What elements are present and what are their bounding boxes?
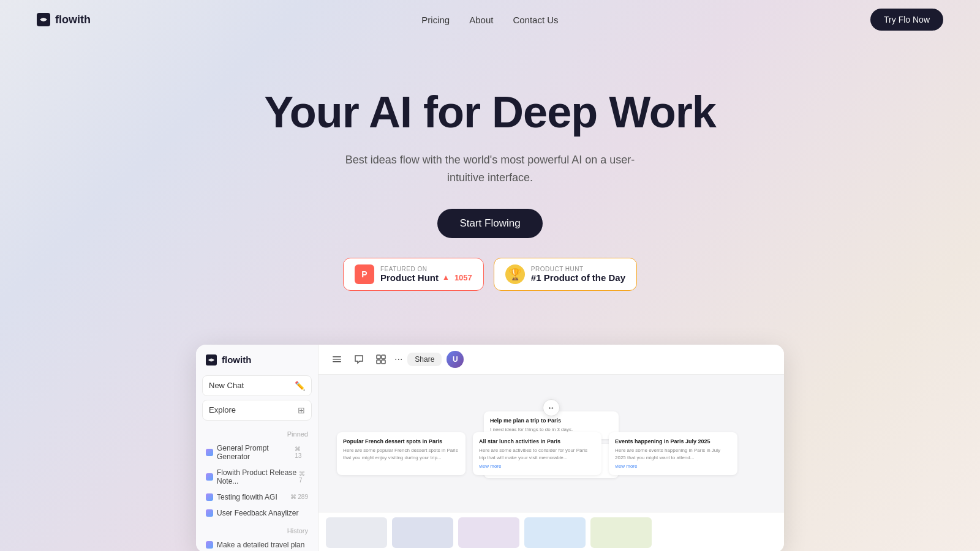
hero-subtitle: Best ideas flow with the world's most po…: [337, 151, 643, 187]
canvas-card-text-2: Here are some events happening in Paris …: [615, 447, 731, 460]
svg-rect-3: [333, 359, 341, 360]
nav-links: Pricing About Contact Us: [421, 15, 558, 25]
navbar: flowith Pricing About Contact Us Try Flo…: [0, 0, 980, 39]
sidebar-item-label-0: General Prompt Generator: [217, 444, 295, 461]
svg-rect-7: [377, 360, 380, 364]
sidebar-item-dot-2: [206, 493, 213, 501]
grid-icon[interactable]: [372, 351, 390, 368]
product-hunt-icon: P: [355, 264, 374, 284]
new-chat-button[interactable]: New Chat ✏️: [202, 375, 312, 396]
product-hunt-name: Product Hunt: [380, 272, 439, 283]
product-hunt-text: FEATURED ON Product Hunt ▲ 1057: [380, 266, 472, 283]
start-flowing-button[interactable]: Start Flowing: [437, 209, 542, 238]
app-screenshot: flowith New Chat ✏️ Explore ⊞ Pinned Gen…: [196, 345, 784, 551]
canvas-cards-row: Popular French dessert spots in Paris He…: [337, 432, 766, 474]
canvas-card-title-1: All star lunch activities in Paris: [479, 438, 595, 444]
sidebar-pinned-item-3[interactable]: User Feedback Anaylizer: [196, 505, 318, 521]
svg-rect-4: [333, 361, 341, 362]
sidebar-toggle-icon[interactable]: [328, 351, 345, 368]
sidebar-item-left-1: Flowith Product Release Note...: [206, 468, 299, 485]
share-button[interactable]: Share: [407, 353, 442, 366]
sidebar-item-label-1: Flowith Product Release Note...: [217, 468, 299, 485]
canvas-card-2: Events happening in Paris July 2025 Here…: [609, 432, 737, 474]
svg-rect-5: [377, 355, 380, 359]
logo-icon: [37, 13, 50, 26]
award-label: PRODUCT HUNT: [531, 266, 625, 272]
cursor-icon: ↔: [543, 399, 560, 416]
award-icon: 🏆: [505, 264, 525, 284]
bottom-card-3[interactable]: [524, 517, 586, 548]
bottom-card-2[interactable]: [458, 517, 519, 548]
new-chat-label: New Chat: [209, 381, 244, 390]
svg-rect-6: [382, 355, 385, 359]
logo-text: flowith: [55, 13, 91, 26]
canvas-card-text-1: Here are some activities to consider for…: [479, 447, 595, 460]
logo: flowith: [37, 13, 91, 26]
sidebar-item-dot-0: [206, 449, 213, 456]
sidebar-logo-icon: [206, 354, 217, 365]
canvas-card-title-0: Popular French dessert spots in Paris: [343, 438, 459, 444]
sidebar-item-left-2: Testing flowith AGI: [206, 493, 277, 501]
sidebar-pinned-item-1[interactable]: Flowith Product Release Note... ⌘ 7: [196, 465, 318, 489]
sidebar-history-item-0[interactable]: Make a detailed travel plan: [196, 537, 318, 551]
more-options-icon[interactable]: ···: [394, 354, 402, 365]
product-of-day-badge[interactable]: 🏆 PRODUCT HUNT #1 Product of the Day: [494, 258, 637, 291]
svg-rect-2: [333, 356, 341, 358]
sidebar-history-label-0: Make a detailed travel plan: [217, 541, 304, 549]
user-avatar: U: [447, 351, 464, 368]
sidebar-item-left-0: General Prompt Generator: [206, 444, 295, 461]
canvas-card-0: Popular French dessert spots in Paris He…: [337, 432, 466, 474]
bottom-card-1[interactable]: [392, 517, 453, 548]
sidebar-pinned-item-0[interactable]: General Prompt Generator ⌘ 13: [196, 440, 318, 465]
svg-rect-8: [382, 360, 385, 364]
toolbar: ··· Share U: [318, 345, 784, 375]
sidebar-item-count-2: ⌘ 289: [290, 493, 308, 500]
sidebar: flowith New Chat ✏️ Explore ⊞ Pinned Gen…: [196, 345, 318, 551]
new-chat-icon: ✏️: [295, 381, 305, 391]
canvas-card-1: All star lunch activities in Paris Here …: [473, 432, 601, 474]
hero-title: Your AI for Deep Work: [12, 88, 968, 137]
sidebar-item-count-0: ⌘ 13: [295, 446, 308, 459]
sidebar-item-count-1: ⌘ 7: [299, 470, 308, 484]
canvas-card-link-2[interactable]: view more: [615, 463, 731, 469]
award-text: PRODUCT HUNT #1 Product of the Day: [531, 266, 625, 283]
sidebar-history-left-0: Make a detailed travel plan: [206, 541, 304, 549]
explore-icon: ⊞: [298, 405, 305, 415]
nav-contact[interactable]: Contact Us: [513, 15, 558, 25]
nav-pricing[interactable]: Pricing: [421, 15, 450, 25]
pinned-section-label: Pinned: [196, 424, 318, 440]
sidebar-item-dot-3: [206, 509, 213, 517]
sidebar-item-left-3: User Feedback Anaylizer: [206, 509, 298, 517]
explore-label: Explore: [209, 405, 236, 414]
product-hunt-count: 1057: [454, 273, 472, 282]
featured-on-label: FEATURED ON: [380, 266, 472, 272]
sidebar-item-label-2: Testing flowith AGI: [217, 493, 277, 501]
canvas-card-text-0: Here are some popular French dessert spo…: [343, 447, 459, 460]
sidebar-item-label-3: User Feedback Anaylizer: [217, 509, 298, 517]
canvas-area: ↔ Help me plan a trip to Paris I need id…: [318, 375, 784, 512]
badges-container: P FEATURED ON Product Hunt ▲ 1057 🏆 PROD…: [12, 258, 968, 291]
canvas-card-link-1[interactable]: view more: [479, 463, 595, 469]
canvas-card-title-2: Events happening in Paris July 2025: [615, 438, 731, 444]
sidebar-item-dot-1: [206, 473, 213, 481]
bottom-cards-strip: [318, 512, 784, 551]
sidebar-logo-text: flowith: [222, 354, 251, 365]
chat-icon[interactable]: [350, 351, 368, 368]
try-flo-button[interactable]: Try Flo Now: [870, 9, 943, 31]
bottom-card-0[interactable]: [326, 517, 387, 548]
sidebar-history-dot-0: [206, 541, 213, 549]
hero-section: Your AI for Deep Work Best ideas flow wi…: [0, 39, 980, 345]
sidebar-pinned-item-2[interactable]: Testing flowith AGI ⌘ 289: [196, 489, 318, 505]
arrow-up-icon: ▲: [442, 273, 450, 282]
history-section-label: History: [196, 521, 318, 537]
explore-button[interactable]: Explore ⊞: [202, 400, 312, 421]
main-content: ··· Share U ↔ Help me plan a trip to Par…: [318, 345, 784, 551]
bottom-card-4[interactable]: [590, 517, 652, 548]
award-main: #1 Product of the Day: [531, 272, 625, 283]
sidebar-logo: flowith: [196, 354, 318, 375]
nav-about[interactable]: About: [469, 15, 493, 25]
product-hunt-badge[interactable]: P FEATURED ON Product Hunt ▲ 1057: [343, 258, 484, 291]
